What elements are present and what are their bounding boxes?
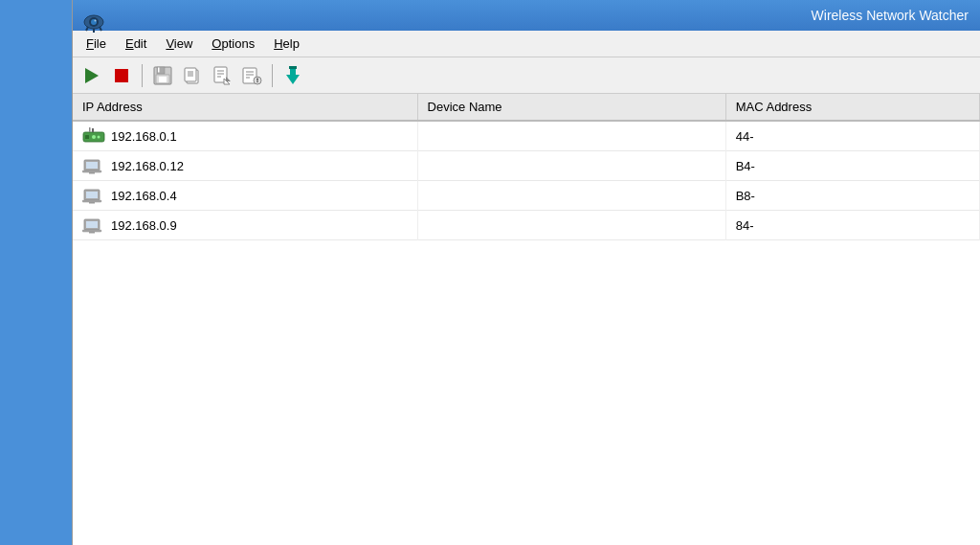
- svg-rect-37: [92, 128, 94, 132]
- svg-rect-40: [86, 162, 98, 169]
- menu-view-label: View: [166, 36, 192, 51]
- toolbar-separator-2: [272, 64, 273, 87]
- svg-rect-48: [86, 221, 98, 228]
- ip-cell: 192.168.0.9: [73, 211, 417, 240]
- mac-address-cell: 84-: [725, 211, 979, 240]
- properties-button[interactable]: [238, 63, 265, 88]
- about-icon: [282, 65, 303, 86]
- col-header-ip[interactable]: IP Address: [73, 94, 417, 121]
- device-name-cell: [417, 151, 725, 181]
- svg-point-36: [98, 136, 100, 139]
- svg-rect-50: [89, 232, 95, 234]
- svg-point-35: [92, 135, 96, 139]
- table-row[interactable]: 192.168.0.4B8-: [73, 181, 980, 211]
- save-button[interactable]: [149, 63, 176, 88]
- app-icon-area: [77, 4, 111, 38]
- menu-view[interactable]: View: [156, 33, 202, 55]
- copy-icon: [182, 65, 203, 86]
- svg-line-6: [100, 27, 101, 31]
- menu-help-label: Help: [274, 36, 300, 51]
- menu-help[interactable]: Help: [264, 33, 309, 55]
- stop-button[interactable]: [108, 63, 135, 88]
- ip-address: 192.168.0.9: [111, 218, 177, 233]
- computer-icon: [82, 186, 105, 205]
- svg-line-4: [86, 27, 88, 31]
- mac-address-cell: B4-: [725, 151, 979, 181]
- menu-file-label: File: [86, 36, 106, 51]
- ip-address: 192.168.0.4: [111, 189, 177, 203]
- router-icon: [82, 126, 105, 146]
- table-container: IP Address Device Name MAC Address 192.1…: [73, 94, 980, 545]
- report-icon: [212, 65, 233, 86]
- svg-rect-41: [82, 170, 101, 172]
- ip-cell: 192.168.0.1: [73, 121, 417, 151]
- svg-rect-42: [89, 172, 95, 174]
- mac-address-cell: 44-: [725, 121, 979, 151]
- ip-address: 192.168.0.1: [111, 129, 177, 144]
- about-button[interactable]: [279, 63, 306, 88]
- device-name-cell: [417, 211, 725, 240]
- col-header-device[interactable]: Device Name: [417, 94, 725, 121]
- play-button[interactable]: [78, 63, 105, 88]
- properties-icon: [241, 65, 262, 86]
- computer-icon: [82, 156, 105, 175]
- mac-address-cell: B8-: [725, 181, 979, 211]
- svg-rect-11: [158, 67, 160, 72]
- title-bar: Wireless Network Watcher: [73, 0, 980, 31]
- menu-edit-label: Edit: [125, 36, 146, 51]
- device-name-cell: [417, 181, 725, 211]
- table-row[interactable]: 192.168.0.984-: [73, 211, 980, 240]
- play-icon: [85, 68, 99, 83]
- stop-icon: [115, 69, 128, 82]
- svg-rect-38: [89, 127, 91, 132]
- svg-rect-13: [185, 68, 196, 81]
- svg-rect-49: [82, 230, 101, 232]
- computer-icon: [82, 216, 105, 235]
- svg-rect-10: [159, 77, 167, 82]
- menu-options[interactable]: Options: [202, 33, 264, 55]
- table-row[interactable]: 192.168.0.144-: [73, 121, 980, 151]
- svg-rect-46: [89, 202, 95, 204]
- menu-bar: File Edit View Options Help: [73, 31, 980, 57]
- ip-cell: 192.168.0.4: [73, 181, 417, 211]
- ip-address: 192.168.0.12: [111, 159, 184, 173]
- svg-rect-32: [289, 66, 297, 69]
- svg-rect-34: [85, 135, 89, 139]
- device-table: IP Address Device Name MAC Address 192.1…: [73, 94, 980, 240]
- ip-cell: 192.168.0.12: [73, 151, 417, 181]
- svg-rect-44: [86, 192, 98, 198]
- copy-button[interactable]: [179, 63, 206, 88]
- col-header-mac[interactable]: MAC Address: [725, 94, 979, 121]
- save-icon: [152, 65, 173, 86]
- svg-point-29: [256, 80, 258, 82]
- toolbar-separator-1: [142, 64, 143, 87]
- toolbar: [73, 57, 980, 94]
- svg-marker-31: [286, 75, 300, 84]
- svg-rect-45: [82, 200, 101, 202]
- svg-point-3: [95, 20, 97, 22]
- main-window: Wireless Network Watcher File Edit View …: [72, 0, 980, 545]
- app-logo-icon: [80, 8, 107, 34]
- table-header-row: IP Address Device Name MAC Address: [73, 94, 980, 121]
- menu-options-label: Options: [212, 36, 255, 51]
- table-row[interactable]: 192.168.0.12B4-: [73, 151, 980, 181]
- menu-edit[interactable]: Edit: [116, 33, 156, 55]
- window-title: Wireless Network Watcher: [812, 8, 969, 23]
- report-button[interactable]: [209, 63, 235, 88]
- device-name-cell: [417, 121, 725, 151]
